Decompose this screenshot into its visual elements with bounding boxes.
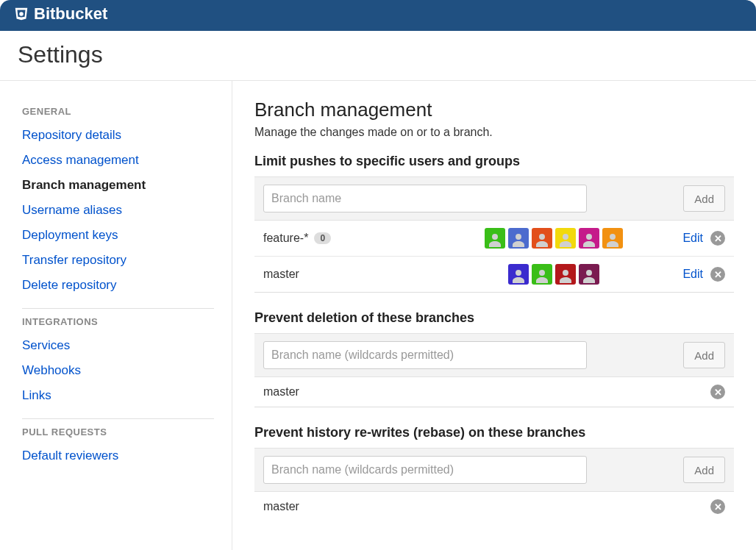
avatar-icon[interactable]: [579, 264, 599, 285]
bitbucket-logo-icon: [13, 6, 29, 22]
sidebar-section-integrations: INTEGRATIONS: [22, 316, 214, 327]
sidebar-item-deployment-keys[interactable]: Deployment keys: [22, 228, 118, 242]
sidebar-item-links[interactable]: Links: [22, 388, 51, 402]
branch-name-text: master: [263, 385, 299, 399]
avatar-icon[interactable]: [555, 264, 576, 285]
branch-name-cell: master: [263, 500, 425, 513]
app-header: Bitbucket: [0, 0, 756, 31]
branch-row: feature-* 0 Edit ✕: [254, 221, 734, 257]
branch-row: master ✕: [254, 377, 734, 407]
branch-row: master Edit ✕: [254, 257, 734, 292]
main-panel: Branch management Manage the changes mad…: [232, 81, 756, 550]
brand-name: Bitbucket: [34, 4, 107, 24]
avatar-list: [425, 264, 682, 285]
branch-name-cell: feature-* 0: [263, 232, 425, 245]
sidebar-item-repository-details[interactable]: Repository details: [22, 128, 121, 142]
brand[interactable]: Bitbucket: [13, 4, 107, 24]
add-button-prevent-delete[interactable]: Add: [683, 342, 725, 368]
section-limit-pushes: Limit pushes to specific users and group…: [254, 154, 734, 293]
branch-name-input-limit[interactable]: [263, 185, 587, 213]
branch-name-text: feature-*: [263, 232, 308, 245]
sidebar-section-general: GENERAL: [22, 106, 214, 117]
row-actions: ✕: [710, 385, 725, 399]
section-title-prevent-rewrite: Prevent history re-writes (rebase) on th…: [254, 425, 734, 440]
sidebar-item-webhooks[interactable]: Webhooks: [22, 363, 81, 377]
avatar-list: [425, 228, 682, 249]
branch-name-cell: master: [263, 268, 425, 281]
avatar-icon[interactable]: [532, 264, 552, 285]
edit-link[interactable]: Edit: [682, 232, 703, 245]
branch-name-input-prevent-delete[interactable]: [263, 341, 587, 369]
sidebar-item-access-management[interactable]: Access management: [22, 153, 139, 167]
avatar-icon[interactable]: [579, 228, 599, 249]
remove-icon[interactable]: ✕: [710, 385, 725, 399]
avatar-icon[interactable]: [508, 264, 529, 285]
main-title: Branch management: [254, 99, 734, 121]
divider: [22, 418, 214, 419]
row-actions: ✕: [710, 499, 725, 514]
page-title-bar: Settings: [0, 31, 756, 81]
nav-list-integrations: Services Webhooks Links: [22, 333, 214, 408]
sidebar-item-username-aliases[interactable]: Username aliases: [22, 203, 122, 217]
row-actions: Edit ✕: [682, 267, 725, 282]
branch-row: master ✕: [254, 492, 734, 521]
settings-sidebar: GENERAL Repository details Access manage…: [0, 81, 232, 550]
add-button-limit[interactable]: Add: [683, 185, 725, 212]
edit-link[interactable]: Edit: [682, 268, 703, 281]
input-row-prevent-delete: Add: [254, 333, 734, 377]
row-actions: Edit ✕: [682, 231, 725, 246]
content: GENERAL Repository details Access manage…: [0, 81, 756, 550]
avatar-icon[interactable]: [555, 228, 576, 249]
avatar-icon[interactable]: [532, 228, 552, 249]
branch-name-cell: master: [263, 385, 425, 399]
divider: [22, 308, 214, 309]
branch-name-text: master: [263, 268, 299, 281]
branch-name-input-prevent-rewrite[interactable]: [263, 456, 587, 484]
add-button-prevent-rewrite[interactable]: Add: [683, 457, 725, 483]
input-row-limit: Add: [254, 176, 734, 221]
nav-list-general: Repository details Access management Bra…: [22, 123, 214, 298]
sidebar-section-pull-requests: PULL REQUESTS: [22, 426, 214, 438]
section-title-limit: Limit pushes to specific users and group…: [254, 154, 734, 169]
page-title: Settings: [18, 41, 738, 68]
avatar-icon[interactable]: [485, 228, 505, 249]
sidebar-item-branch-management[interactable]: Branch management: [22, 178, 146, 192]
sidebar-item-default-reviewers[interactable]: Default reviewers: [22, 449, 118, 463]
count-badge: 0: [314, 232, 331, 244]
sidebar-item-delete-repository[interactable]: Delete repository: [22, 278, 117, 292]
section-title-prevent-delete: Prevent deletion of these branches: [254, 310, 734, 326]
sidebar-item-services[interactable]: Services: [22, 338, 70, 352]
nav-list-pull-requests: Default reviewers: [22, 443, 214, 468]
remove-icon[interactable]: ✕: [710, 231, 725, 246]
main-subtitle: Manage the changes made on or to a branc…: [254, 126, 734, 139]
branch-name-text: master: [263, 500, 299, 513]
avatar-icon[interactable]: [508, 228, 529, 249]
avatar-icon[interactable]: [602, 228, 623, 249]
remove-icon[interactable]: ✕: [710, 267, 725, 282]
sidebar-item-transfer-repository[interactable]: Transfer repository: [22, 253, 126, 267]
input-row-prevent-rewrite: Add: [254, 448, 734, 492]
section-prevent-deletion: Prevent deletion of these branches Add m…: [254, 310, 734, 407]
section-prevent-rewrite: Prevent history re-writes (rebase) on th…: [254, 425, 734, 521]
remove-icon[interactable]: ✕: [710, 499, 725, 514]
